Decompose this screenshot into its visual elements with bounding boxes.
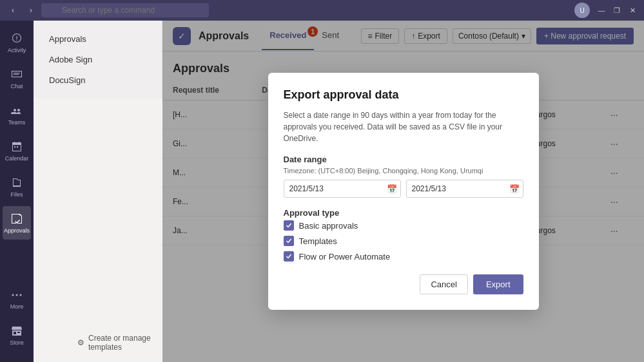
sidebar-label-activity: Activity [8, 47, 26, 53]
svg-point-2 [20, 294, 22, 296]
sidebar-item-chat[interactable]: Chat [3, 62, 31, 95]
sidebar-item-teams[interactable]: Teams [3, 98, 31, 131]
date-range-label: Date range [284, 155, 523, 164]
modal-footer: Cancel Export [284, 274, 523, 294]
checkbox-basic-label: Basic approvals [299, 221, 358, 231]
approval-type-label: Approval type [284, 208, 523, 218]
title-bar-nav: ‹ › [5, 3, 39, 18]
svg-point-0 [12, 294, 14, 296]
checkbox-templates-icon [284, 236, 294, 246]
close-button[interactable]: ✕ [626, 4, 639, 17]
sidebar-label-calendar: Calendar [5, 155, 29, 162]
end-date-wrap: 📅 [406, 180, 523, 198]
search-container: 🔍 [41, 3, 209, 17]
date-range-row: 📅 📅 [284, 180, 523, 198]
nav-forward-button[interactable]: › [23, 3, 39, 18]
end-date-input[interactable] [406, 180, 523, 198]
modal-description: Select a date range in 90 days within a … [284, 110, 523, 144]
cancel-button[interactable]: Cancel [420, 274, 467, 294]
sidebar-label-chat: Chat [10, 83, 23, 90]
checkbox-flow-icon [284, 251, 294, 262]
sidebar-item-store[interactable]: Store [3, 318, 31, 352]
checkbox-basic-icon [284, 220, 294, 231]
sidebar-item-calendar[interactable]: Calendar [3, 134, 31, 167]
checkbox-basic-approvals[interactable]: Basic approvals [284, 220, 523, 231]
checkbox-templates[interactable]: Templates [284, 236, 523, 246]
left-nav: Approvals Adobe Sign DocuSign [34, 21, 162, 99]
svg-point-1 [16, 294, 18, 296]
sidebar-label-more: More [10, 303, 24, 310]
sidebar-label-teams: Teams [8, 119, 26, 126]
sidebar-label-store: Store [10, 339, 24, 346]
sidebar-item-files[interactable]: Files [3, 170, 31, 204]
content-area: ✓ Approvals Received 1 Sent ≡ Filter ↑ E [162, 21, 644, 362]
left-nav-adobe-sign[interactable]: Adobe Sign [39, 50, 157, 70]
templates-icon: ⚙ [77, 338, 84, 347]
sidebar: Activity Chat Teams Calendar Files Appro… [0, 21, 34, 362]
title-bar-left: ‹ › 🔍 [5, 3, 209, 18]
minimize-button[interactable]: — [595, 4, 608, 17]
modal-title: Export approval data [284, 88, 523, 102]
checkbox-templates-label: Templates [299, 236, 337, 246]
export-action-button[interactable]: Export [473, 274, 523, 294]
sidebar-item-more[interactable]: More [3, 282, 31, 316]
sidebar-label-approvals: Approvals [4, 227, 30, 234]
checkbox-flow-label: Flow or Power Automate [299, 252, 391, 262]
modal-overlay: Export approval data Select a date range… [162, 21, 644, 362]
user-avatar[interactable]: U [574, 3, 590, 18]
title-bar: ‹ › 🔍 U — ❐ ✕ [0, 0, 644, 21]
start-date-wrap: 📅 [284, 180, 401, 198]
left-nav-wrapper: Approvals Adobe Sign DocuSign ⚙ Create o… [34, 21, 162, 362]
sidebar-label-files: Files [10, 191, 23, 198]
main-layout: Activity Chat Teams Calendar Files Appro… [0, 21, 644, 362]
checkbox-flow-power-automate[interactable]: Flow or Power Automate [284, 251, 523, 262]
approval-type-section: Approval type Basic approvals Templates [284, 208, 523, 262]
timezone-label: Timezone: (UTC+8:00) Beijing, Chongqing,… [284, 167, 523, 175]
window-controls: — ❐ ✕ [595, 4, 639, 17]
title-bar-right: U — ❐ ✕ [574, 3, 639, 18]
nav-back-button[interactable]: ‹ [5, 3, 21, 18]
left-nav-approvals[interactable]: Approvals [39, 29, 157, 49]
start-date-input[interactable] [284, 180, 401, 198]
search-input[interactable] [41, 3, 209, 17]
sidebar-item-activity[interactable]: Activity [3, 26, 31, 59]
export-modal: Export approval data Select a date range… [268, 73, 539, 310]
sidebar-item-approvals[interactable]: Approvals [3, 206, 31, 240]
maximize-button[interactable]: ❐ [610, 4, 623, 17]
left-nav-docusign[interactable]: DocuSign [39, 70, 157, 90]
